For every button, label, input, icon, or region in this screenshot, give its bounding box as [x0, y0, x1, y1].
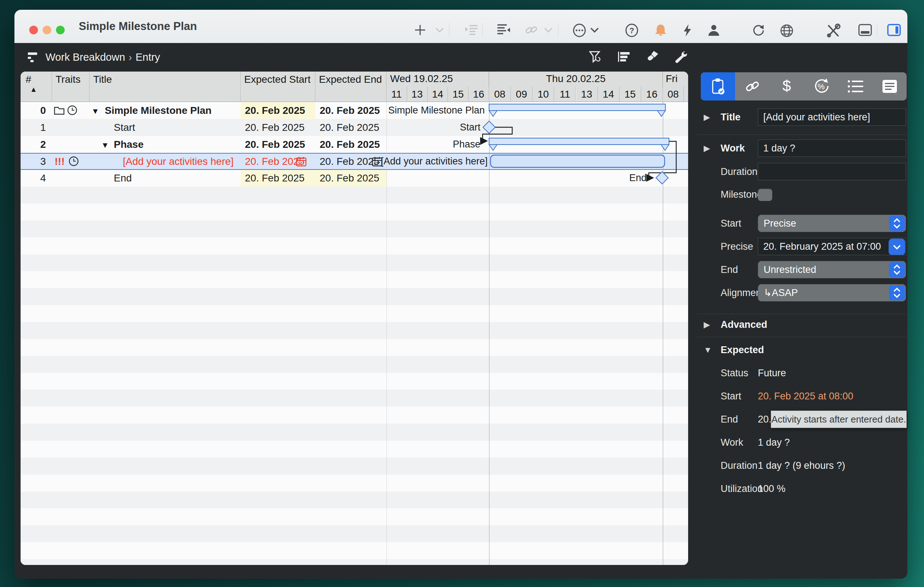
help-button[interactable]: ?: [625, 23, 638, 36]
row-expected-end[interactable]: 20. Feb 2025: [320, 102, 380, 119]
more-actions-chevron-icon[interactable]: [589, 27, 602, 40]
expected-section-label: Expected: [721, 341, 764, 359]
gantt-hour-cell: 15: [619, 87, 641, 102]
gantt-day-header-thu[interactable]: Thu 20.02.25: [489, 71, 663, 87]
end-constraint-dropdown[interactable]: Unrestricted: [758, 261, 906, 278]
milestone-end-diamond[interactable]: [656, 172, 668, 184]
row-number[interactable]: 1: [21, 119, 46, 136]
tab-links[interactable]: [735, 72, 769, 101]
column-header-number[interactable]: # ▲: [21, 71, 52, 102]
quick-actions-bolt-icon[interactable]: [681, 23, 694, 36]
column-header-traits[interactable]: Traits: [52, 71, 89, 102]
tab-progress[interactable]: %: [804, 72, 838, 101]
outline-options-button[interactable]: [617, 50, 631, 64]
add-item-button[interactable]: [414, 23, 427, 36]
column-header-title[interactable]: Title: [89, 71, 241, 102]
work-input[interactable]: 1 day ?: [758, 139, 906, 157]
row-number[interactable]: 3: [21, 153, 46, 170]
tab-checklist[interactable]: [838, 72, 872, 101]
tab-plan[interactable]: [701, 72, 735, 101]
filter-funnel-button[interactable]: [588, 50, 602, 64]
disclosure-triangle-icon[interactable]: ▼: [101, 136, 109, 153]
toggle-right-panel-button[interactable]: [887, 23, 900, 36]
title-disclosure-icon[interactable]: ▶: [704, 108, 710, 126]
dropdown-stepper-icon[interactable]: [889, 285, 905, 300]
inspector-tab-bar: $ %: [701, 72, 907, 101]
gantt-hour-cell: 10: [533, 87, 554, 102]
precise-date-input[interactable]: 20. February 2025 at 07:00: [758, 238, 906, 255]
link-chevron-icon[interactable]: [543, 27, 556, 40]
close-window-button[interactable]: [29, 26, 38, 34]
dropdown-stepper-icon[interactable]: [889, 216, 905, 231]
breadcrumb-view[interactable]: Entry: [135, 51, 160, 63]
sync-button[interactable]: [751, 23, 764, 36]
settings-tools-button[interactable]: [826, 23, 839, 36]
disclosure-triangle-icon[interactable]: ▼: [91, 102, 99, 119]
row-expected-end[interactable]: 20. Feb 2025: [320, 153, 379, 170]
row-number[interactable]: 2: [21, 136, 46, 153]
row-title[interactable]: Start: [114, 119, 135, 136]
gantt-day-header-wed[interactable]: Wed 19.02.25: [386, 71, 489, 87]
outdent-button[interactable]: [497, 23, 510, 36]
row-title[interactable]: Simple Milestone Plan: [105, 102, 212, 119]
column-header-expected-start[interactable]: Expected Start: [241, 71, 315, 102]
column-header-expected-end[interactable]: Expected End: [315, 71, 386, 102]
work-breakdown-view-icon[interactable]: [26, 50, 41, 64]
duration-field-label: Duration: [721, 163, 757, 180]
advanced-disclosure-icon[interactable]: ▶: [704, 316, 710, 333]
date-dropdown-button[interactable]: [889, 238, 905, 255]
breadcrumb[interactable]: Work Breakdown›Entry: [46, 43, 160, 71]
svg-text:%: %: [817, 82, 825, 91]
add-item-chevron-icon[interactable]: [434, 27, 447, 40]
link-activities-button[interactable]: [525, 23, 538, 36]
title-input[interactable]: [Add your activities here]: [758, 108, 906, 126]
date-picker-calendar-icon[interactable]: [296, 156, 307, 168]
start-constraint-dropdown[interactable]: Precise: [758, 215, 906, 232]
tab-notes[interactable]: [872, 72, 907, 101]
tab-finance[interactable]: $: [769, 72, 804, 101]
minimize-window-button[interactable]: [43, 26, 51, 34]
gantt-hour-cell: 14: [598, 87, 619, 102]
gantt-hour-cell: 13: [407, 87, 428, 102]
style-paintbrush-button[interactable]: [645, 50, 660, 64]
alignment-dropdown[interactable]: ↳ASAP: [758, 284, 906, 301]
row-title[interactable]: [Add your activities here]: [123, 153, 234, 170]
row-expected-start[interactable]: 20. Feb 2025: [245, 170, 305, 187]
notifications-bell-icon[interactable]: [654, 23, 667, 36]
toggle-bottom-panel-button[interactable]: [858, 23, 871, 36]
milestone-start-diamond[interactable]: [483, 121, 495, 133]
link-icon: [744, 78, 761, 94]
row-expected-end[interactable]: 20. Feb 2025: [320, 136, 380, 153]
indent-button[interactable]: [465, 23, 477, 36]
gantt-day-header-fri[interactable]: Fri 21: [663, 71, 688, 87]
expected-duration-label: Duration: [721, 457, 757, 474]
task-bar-activity[interactable]: [490, 155, 665, 167]
gantt-hour-cell: 08: [663, 87, 684, 102]
row-expected-start[interactable]: 20. Feb 2025: [245, 136, 305, 153]
user-account-icon[interactable]: [707, 23, 720, 36]
row-expected-end[interactable]: 20. Feb 2025: [320, 170, 379, 187]
row-expected-start[interactable]: 20. Feb 2025: [245, 102, 305, 119]
duration-input[interactable]: [758, 163, 906, 180]
calendar-trait-icon: [54, 106, 65, 117]
row-expected-start[interactable]: 20. Feb 2025: [245, 119, 305, 136]
publish-globe-button[interactable]: [779, 23, 792, 36]
svg-text:$: $: [782, 77, 791, 94]
more-actions-button[interactable]: [573, 23, 586, 36]
summary-bar-phase[interactable]: [489, 138, 669, 150]
expected-disclosure-icon[interactable]: ▼: [704, 341, 712, 359]
work-disclosure-icon[interactable]: ▶: [704, 139, 710, 157]
breadcrumb-section[interactable]: Work Breakdown: [46, 51, 125, 63]
dropdown-stepper-icon[interactable]: [889, 262, 905, 277]
row-title[interactable]: End: [114, 170, 132, 187]
row-number[interactable]: 0: [21, 102, 46, 119]
milestone-checkbox[interactable]: [758, 189, 772, 201]
row-number[interactable]: 4: [21, 170, 46, 187]
row-title[interactable]: Phase: [114, 136, 144, 153]
row-expected-end[interactable]: 20. Feb 2025: [320, 119, 379, 136]
zoom-window-button[interactable]: [56, 26, 65, 34]
expected-end-value: 20.: [758, 411, 772, 428]
summary-bar-project[interactable]: [489, 104, 665, 116]
clock-trait-icon: [67, 105, 78, 117]
inspector-wrench-button[interactable]: [673, 50, 688, 64]
